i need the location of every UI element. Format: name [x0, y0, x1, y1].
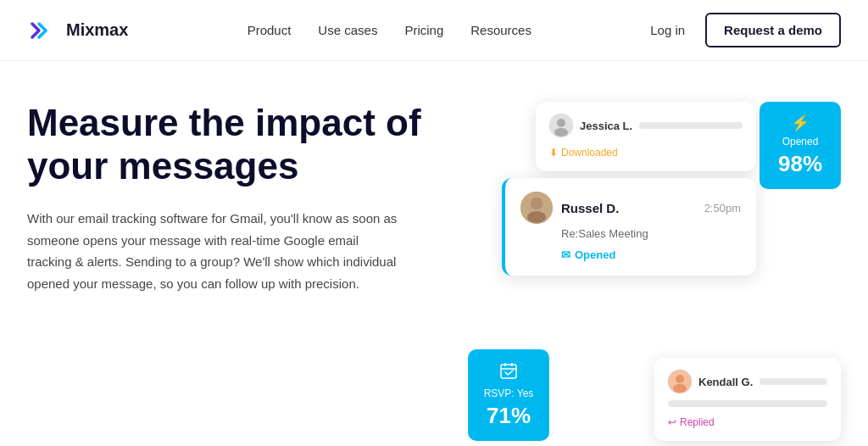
rsvp-badge: RSVP: Yes 71%: [468, 349, 549, 441]
lightning-icon: ⚡: [768, 114, 832, 132]
jessica-name: Jessica L.: [580, 120, 632, 132]
nav-use-cases[interactable]: Use cases: [318, 23, 377, 37]
nav-pricing[interactable]: Pricing: [404, 23, 443, 37]
kendall-name: Kendall G.: [698, 376, 753, 388]
jessica-line: [639, 122, 743, 129]
hero-description: With our email tracking software for Gma…: [27, 208, 400, 294]
header: Mixmax Product Use cases Pricing Resourc…: [0, 0, 868, 61]
card-russel: Russel D. 2:50pm Re:Sales Meeting ✉ Open…: [502, 178, 756, 276]
kendall-line2: [668, 400, 827, 407]
russel-subject: Re:Sales Meeting: [561, 227, 741, 240]
opened-badge-label: Opened: [768, 136, 832, 148]
jessica-avatar: [549, 114, 573, 137]
logo-area: Mixmax: [27, 15, 128, 46]
kendall-status: ↩ Replied: [668, 416, 715, 428]
envelope-icon: ✉: [561, 248, 570, 261]
card-kendall: Kendall G. ↩ Replied: [654, 358, 841, 441]
rsvp-badge-value: 71%: [476, 403, 541, 429]
svg-point-6: [527, 211, 546, 223]
svg-point-7: [531, 198, 542, 209]
calendar-icon: [476, 361, 541, 384]
login-button[interactable]: Log in: [650, 23, 685, 37]
svg-rect-0: [27, 15, 58, 46]
svg-point-13: [676, 375, 684, 383]
russel-avatar: [520, 192, 553, 224]
opened-badge: ⚡ Opened 98%: [760, 102, 841, 189]
nav-resources[interactable]: Resources: [470, 23, 531, 37]
main-content: Measure the impact of your messages With…: [0, 61, 868, 446]
mixmax-logo-icon: [27, 15, 58, 46]
logo-text: Mixmax: [66, 20, 128, 40]
hero-right: Jessica L. ⬇ Downloaded ⚡ Opened 98%: [468, 102, 841, 446]
hero-left: Measure the impact of your messages With…: [27, 102, 434, 446]
request-demo-button[interactable]: Request a demo: [705, 13, 841, 47]
svg-point-14: [673, 384, 687, 393]
main-nav: Product Use cases Pricing Resources: [248, 23, 531, 37]
opened-badge-value: 98%: [768, 151, 832, 177]
jessica-status: ⬇ Downloaded: [549, 147, 618, 159]
nav-product[interactable]: Product: [248, 23, 292, 37]
hero-title: Measure the impact of your messages: [27, 102, 434, 187]
russel-status: ✉ Opened: [561, 248, 615, 261]
russel-name: Russel D.: [561, 201, 619, 215]
kendall-avatar: [668, 370, 692, 393]
header-actions: Log in Request a demo: [650, 13, 841, 47]
download-icon: ⬇: [549, 147, 558, 159]
kendall-line: [760, 378, 827, 385]
reply-icon: ↩: [668, 416, 676, 428]
svg-point-2: [557, 119, 565, 127]
rsvp-badge-label: RSVP: Yes: [476, 387, 541, 399]
russel-time: 2:50pm: [704, 202, 741, 215]
svg-point-3: [554, 128, 568, 137]
svg-rect-8: [501, 365, 516, 378]
card-jessica: Jessica L. ⬇ Downloaded: [536, 102, 756, 171]
